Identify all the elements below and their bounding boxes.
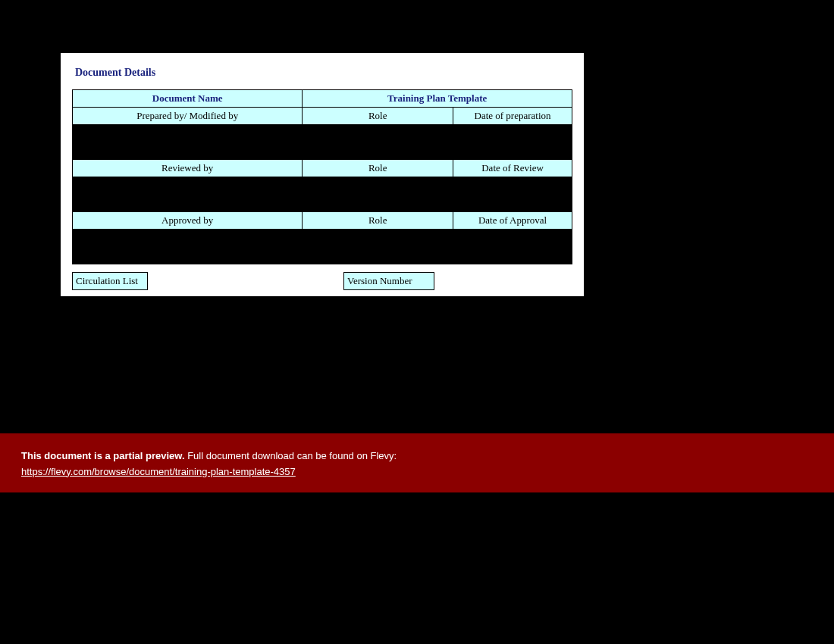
reviewed-by-label: Reviewed by [73, 160, 303, 177]
document-page: Document Details Document Name Training … [61, 53, 584, 296]
doc-name-label: Document Name [73, 90, 303, 108]
banner-rest-text: Full document download can be found on F… [185, 450, 397, 461]
blank-row-3 [73, 230, 572, 264]
circulation-list-label: Circulation List [72, 272, 148, 290]
prepared-by-label: Prepared by/ Modified by [73, 108, 303, 125]
doc-name-value: Training Plan Template [303, 90, 572, 108]
blank-row-1 [73, 125, 572, 160]
role-label-1: Role [303, 108, 453, 125]
approved-by-label: Approved by [73, 212, 303, 230]
banner-bold-text: This document is a partial preview. [21, 450, 185, 461]
details-table: Document Name Training Plan Template Pre… [72, 89, 572, 264]
banner-link[interactable]: https://flevy.com/browse/document/traini… [21, 466, 296, 477]
date-prep-label: Date of preparation [453, 108, 572, 125]
date-review-label: Date of Review [453, 160, 572, 177]
role-label-3: Role [303, 212, 453, 230]
blank-row-2 [73, 177, 572, 212]
preview-banner: This document is a partial preview. Full… [0, 433, 834, 492]
date-approval-label: Date of Approval [453, 212, 572, 230]
page-title: Document Details [75, 67, 572, 79]
version-number-label: Version Number [343, 272, 434, 290]
role-label-2: Role [303, 160, 453, 177]
